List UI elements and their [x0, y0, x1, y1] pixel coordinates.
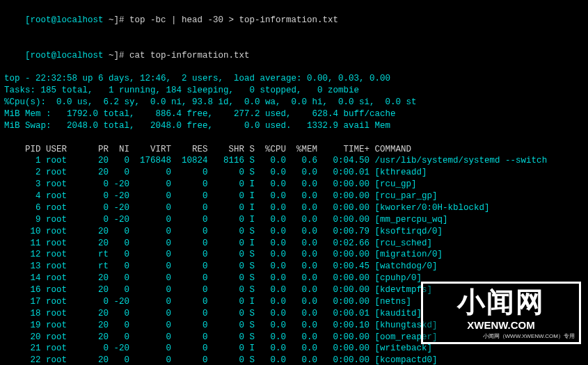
prompt-tilde: ~ — [109, 15, 114, 25]
prompt-tilde: ~ — [109, 51, 114, 60]
top-summary-line: top - 22:32:58 up 6 days, 12:46, 2 users… — [4, 73, 584, 85]
prompt-line: [root@localhost ~]# top -bc | head -30 >… — [4, 3, 584, 38]
table-header: PID USER PR NI VIRT RES SHR S %CPU %MEM … — [4, 144, 584, 156]
watermark-tiny-text: 小闻网（WWW.XWENW.COM）专用 — [483, 333, 575, 341]
prompt-command: ]# cat top-information.txt — [114, 51, 250, 60]
table-row: 11 root 20 0 0 0 0 I 0.0 0.0 0:02.66 [rc… — [4, 238, 584, 250]
prompt-command: ]# top -bc | head -30 > top-information.… — [114, 15, 339, 25]
table-row: 3 root 0 -20 0 0 0 I 0.0 0.0 0:00.00 [rc… — [4, 179, 584, 190]
table-row: 10 root 20 0 0 0 0 S 0.0 0.0 0:00.79 [ks… — [4, 226, 584, 238]
table-row: 9 root 0 -20 0 0 0 I 0.0 0.0 0:00.00 [mm… — [4, 214, 584, 226]
table-row: 2 root 20 0 0 0 0 S 0.0 0.0 0:00.01 [kth… — [4, 167, 584, 179]
top-summary-line: Tasks: 185 total, 1 running, 184 sleepin… — [4, 85, 584, 97]
prompt-user-host: [root@localhost — [25, 51, 109, 60]
table-row: 13 root rt 0 0 0 0 S 0.0 0.0 0:00.45 [wa… — [4, 261, 584, 273]
top-summary: top - 22:32:58 up 6 days, 12:46, 2 users… — [4, 73, 584, 131]
watermark-logo: 小闻网 XWENW.COM 小闻网（WWW.XWENW.COM）专用 — [421, 282, 581, 344]
table-row: 12 root rt 0 0 0 0 S 0.0 0.0 0:00.00 [mi… — [4, 249, 584, 261]
table-row: 22 root 20 0 0 0 0 S 0.0 0.0 0:00.00 [kc… — [4, 355, 584, 365]
top-summary-line: MiB Mem : 1792.0 total, 886.4 free, 277.… — [4, 108, 584, 120]
watermark-big-text: 小闻网 — [433, 288, 569, 316]
prompt-user-host: [root@localhost — [25, 15, 109, 25]
watermark-site-text: XWENW.COM — [433, 318, 569, 332]
top-summary-line: %Cpu(s): 0.0 us, 6.2 sy, 0.0 ni, 93.8 id… — [4, 97, 584, 108]
prompt-line: [root@localhost ~]# cat top-information.… — [4, 38, 584, 74]
table-row: 21 root 0 -20 0 0 0 I 0.0 0.0 0:00.00 [w… — [4, 343, 584, 355]
table-row: 4 root 0 -20 0 0 0 I 0.0 0.0 0:00.00 [rc… — [4, 190, 584, 202]
table-row: 6 root 0 -20 0 0 0 I 0.0 0.0 0:00.00 [kw… — [4, 202, 584, 214]
table-row: 1 root 20 0 176848 10824 8116 S 0.0 0.6 … — [4, 155, 584, 167]
top-summary-line: MiB Swap: 2048.0 total, 2048.0 free, 0.0… — [4, 120, 584, 132]
